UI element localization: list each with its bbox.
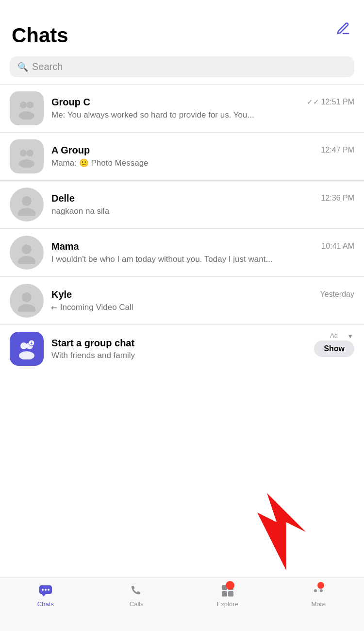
svg-rect-25: [222, 591, 227, 597]
tab-chats-label: Chats: [37, 600, 54, 608]
tab-more[interactable]: More: [273, 583, 364, 608]
svg-point-1: [27, 102, 33, 108]
tab-calls[interactable]: Calls: [91, 583, 182, 608]
tab-explore[interactable]: Explore: [182, 583, 273, 608]
chat-time: 10:41 AM: [321, 242, 354, 251]
chat-name: Group C: [51, 97, 303, 108]
search-container: 🔍 Search: [0, 51, 364, 84]
chat-preview: Mama: 🙂 Photo Message: [51, 158, 354, 169]
compose-button[interactable]: [334, 19, 352, 38]
svg-point-22: [48, 589, 50, 591]
chat-info-mama: Mama 10:41 AM I wouldn't be who I am tod…: [51, 241, 354, 265]
svg-point-2: [19, 111, 34, 119]
chat-preview: Me: You always worked so hard to provide…: [51, 110, 354, 120]
svg-point-5: [19, 159, 34, 168]
chat-name: Mama: [51, 241, 317, 252]
svg-point-20: [42, 589, 44, 591]
chat-item-group-c[interactable]: Group C ✓✓ 12:51 PM Me: You always worke…: [0, 85, 364, 132]
ad-subtitle: With friends and family: [51, 351, 306, 360]
explore-badge: [226, 581, 234, 590]
tab-calls-label: Calls: [130, 600, 144, 608]
svg-point-7: [18, 208, 35, 216]
svg-point-0: [20, 102, 27, 108]
more-tab-icon: [311, 583, 326, 598]
svg-text:+: +: [30, 341, 33, 346]
ad-title: Start a group chat: [51, 338, 306, 349]
svg-point-11: [18, 304, 35, 312]
chevron-down-icon[interactable]: ▾: [348, 332, 352, 341]
chat-name: Delle: [51, 193, 317, 204]
search-placeholder: Search: [32, 61, 63, 72]
page-title: Chats: [12, 24, 68, 47]
tab-chats[interactable]: Chats: [0, 583, 91, 608]
ad-item: + Start a group chat With friends and fa…: [0, 325, 364, 373]
search-icon: 🔍: [17, 62, 28, 72]
ad-badge: Ad: [330, 332, 338, 339]
chat-info-a-group: A Group 12:47 PM Mama: 🙂 Photo Message: [51, 145, 354, 169]
svg-point-9: [18, 256, 35, 264]
svg-point-21: [45, 589, 47, 591]
chat-item-mama[interactable]: Mama 10:41 AM I wouldn't be who I am tod…: [0, 229, 364, 276]
chat-time: ✓✓ 12:51 PM: [307, 98, 354, 106]
avatar-kyle: [10, 284, 44, 318]
ad-avatar: +: [10, 332, 44, 366]
tab-more-label: More: [311, 600, 326, 608]
svg-point-12: [20, 342, 27, 349]
explore-tab-icon: [220, 583, 235, 598]
chat-preview: nagkaon na sila: [51, 206, 354, 217]
avatar-a-group: [10, 139, 44, 173]
avatar-group-c: [10, 91, 44, 125]
svg-point-4: [27, 150, 33, 156]
svg-marker-17: [257, 493, 306, 571]
search-bar[interactable]: 🔍 Search: [10, 56, 354, 77]
svg-point-28: [320, 589, 323, 592]
chat-time: 12:47 PM: [321, 146, 354, 154]
avatar-delle: [10, 188, 44, 222]
svg-rect-26: [228, 591, 233, 597]
tab-explore-label: Explore: [217, 600, 238, 608]
svg-point-10: [22, 292, 32, 302]
chat-preview: ↗ Incoming Video Call: [51, 302, 354, 313]
chat-item-delle[interactable]: Delle 12:36 PM nagkaon na sila: [0, 181, 364, 228]
chat-item-kyle[interactable]: Kyle Yesterday ↗ Incoming Video Call: [0, 277, 364, 324]
svg-point-8: [22, 244, 32, 254]
red-arrow-overlay: [257, 493, 315, 573]
chat-preview: I wouldn't be who I am today without you…: [51, 254, 354, 265]
svg-point-3: [20, 150, 27, 156]
chat-name: A Group: [51, 145, 317, 156]
avatar-mama: [10, 236, 44, 270]
calls-tab-icon: [129, 583, 144, 598]
chat-info-group-c: Group C ✓✓ 12:51 PM Me: You always worke…: [51, 97, 354, 120]
svg-point-6: [22, 196, 32, 206]
svg-point-27: [314, 589, 317, 592]
chat-time: Yesterday: [320, 290, 354, 299]
header: Chats: [0, 0, 364, 51]
ad-info: Start a group chat With friends and fami…: [51, 338, 306, 360]
chat-name: Kyle: [51, 289, 316, 300]
chat-info-kyle: Kyle Yesterday ↗ Incoming Video Call: [51, 289, 354, 313]
chat-info-delle: Delle 12:36 PM nagkaon na sila: [51, 193, 354, 217]
chat-time: 12:36 PM: [321, 194, 354, 203]
chat-list: Group C ✓✓ 12:51 PM Me: You always worke…: [0, 85, 364, 325]
svg-point-14: [19, 351, 34, 359]
chat-item-a-group[interactable]: A Group 12:47 PM Mama: 🙂 Photo Message: [0, 133, 364, 180]
chats-tab-icon: [38, 583, 53, 598]
tab-bar: Chats Calls Explore: [0, 578, 364, 631]
double-check-icon: ✓✓: [307, 98, 319, 106]
ad-show-button[interactable]: Show: [314, 341, 354, 357]
